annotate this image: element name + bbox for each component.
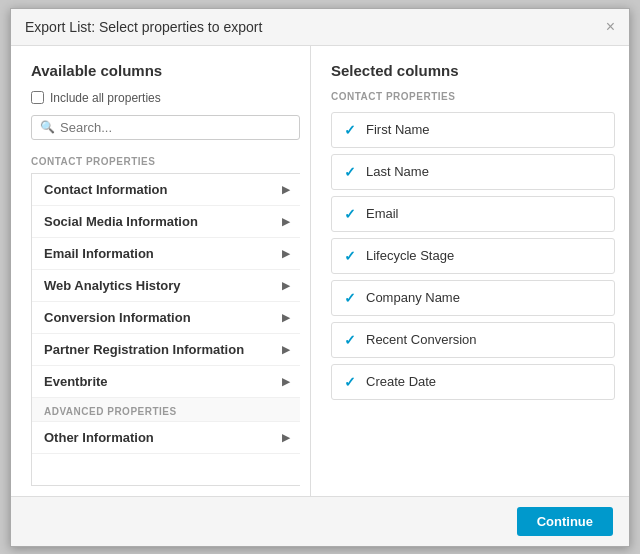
right-panel: Selected columns CONTACT PROPERTIES ✓ Fi…	[311, 46, 629, 496]
arrow-icon: ▶	[282, 248, 290, 259]
selected-item-label: Lifecycle Stage	[366, 248, 454, 263]
list-item-contact-info[interactable]: Contact Information ▶	[32, 174, 300, 206]
search-icon: 🔍	[40, 120, 55, 134]
continue-button[interactable]: Continue	[517, 507, 613, 536]
selected-item-email[interactable]: ✓ Email	[331, 196, 615, 232]
advanced-properties-label: ADVANCED PROPERTIES	[32, 398, 300, 422]
selected-item-label: First Name	[366, 122, 430, 137]
right-contact-properties-label: CONTACT PROPERTIES	[331, 91, 615, 102]
arrow-icon: ▶	[282, 376, 290, 387]
list-item-email-info[interactable]: Email Information ▶	[32, 238, 300, 270]
check-icon: ✓	[344, 206, 356, 222]
list-item-label: Conversion Information	[44, 310, 191, 325]
check-icon: ✓	[344, 374, 356, 390]
selected-item-last-name[interactable]: ✓ Last Name	[331, 154, 615, 190]
right-panel-title: Selected columns	[331, 62, 615, 79]
selected-item-recent-conversion[interactable]: ✓ Recent Conversion	[331, 322, 615, 358]
selected-item-label: Create Date	[366, 374, 436, 389]
selected-item-create-date[interactable]: ✓ Create Date	[331, 364, 615, 400]
arrow-icon: ▶	[282, 184, 290, 195]
contact-properties-label: CONTACT PROPERTIES	[31, 156, 300, 167]
selected-item-label: Last Name	[366, 164, 429, 179]
selected-item-label: Company Name	[366, 290, 460, 305]
include-all-checkbox[interactable]	[31, 91, 44, 104]
close-button[interactable]: ×	[606, 19, 615, 35]
arrow-icon: ▶	[282, 312, 290, 323]
check-icon: ✓	[344, 332, 356, 348]
modal-body: Available columns Include all properties…	[11, 46, 629, 496]
search-input[interactable]	[60, 120, 291, 135]
list-item-label: Email Information	[44, 246, 154, 261]
list-item-web-analytics[interactable]: Web Analytics History ▶	[32, 270, 300, 302]
list-item-label: Contact Information	[44, 182, 168, 197]
left-panel-title: Available columns	[31, 62, 300, 79]
modal-title: Export List: Select properties to export	[25, 19, 262, 35]
available-columns-list: Contact Information ▶ Social Media Infor…	[31, 173, 300, 486]
check-icon: ✓	[344, 164, 356, 180]
arrow-icon: ▶	[282, 280, 290, 291]
selected-item-label: Recent Conversion	[366, 332, 477, 347]
export-modal: Export List: Select properties to export…	[10, 8, 630, 547]
selected-item-label: Email	[366, 206, 399, 221]
list-item-label: Web Analytics History	[44, 278, 181, 293]
include-all-label: Include all properties	[50, 91, 161, 105]
list-item-conversion-info[interactable]: Conversion Information ▶	[32, 302, 300, 334]
include-all-container: Include all properties	[31, 91, 300, 105]
arrow-icon: ▶	[282, 344, 290, 355]
check-icon: ✓	[344, 122, 356, 138]
arrow-icon: ▶	[282, 432, 290, 443]
list-item-eventbrite[interactable]: Eventbrite ▶	[32, 366, 300, 398]
list-item-other-info[interactable]: Other Information ▶	[32, 422, 300, 454]
check-icon: ✓	[344, 248, 356, 264]
selected-item-lifecycle-stage[interactable]: ✓ Lifecycle Stage	[331, 238, 615, 274]
left-list-container: CONTACT PROPERTIES Contact Information ▶…	[31, 152, 300, 486]
left-panel: Available columns Include all properties…	[11, 46, 311, 496]
list-item-partner-reg[interactable]: Partner Registration Information ▶	[32, 334, 300, 366]
selected-item-first-name[interactable]: ✓ First Name	[331, 112, 615, 148]
list-item-label: Eventbrite	[44, 374, 108, 389]
arrow-icon: ▶	[282, 216, 290, 227]
list-item-social-media[interactable]: Social Media Information ▶	[32, 206, 300, 238]
check-icon: ✓	[344, 290, 356, 306]
list-item-label: Partner Registration Information	[44, 342, 244, 357]
selected-item-company-name[interactable]: ✓ Company Name	[331, 280, 615, 316]
list-item-label: Other Information	[44, 430, 154, 445]
modal-header: Export List: Select properties to export…	[11, 9, 629, 46]
search-box: 🔍	[31, 115, 300, 140]
list-item-label: Social Media Information	[44, 214, 198, 229]
modal-footer: Continue	[11, 496, 629, 546]
